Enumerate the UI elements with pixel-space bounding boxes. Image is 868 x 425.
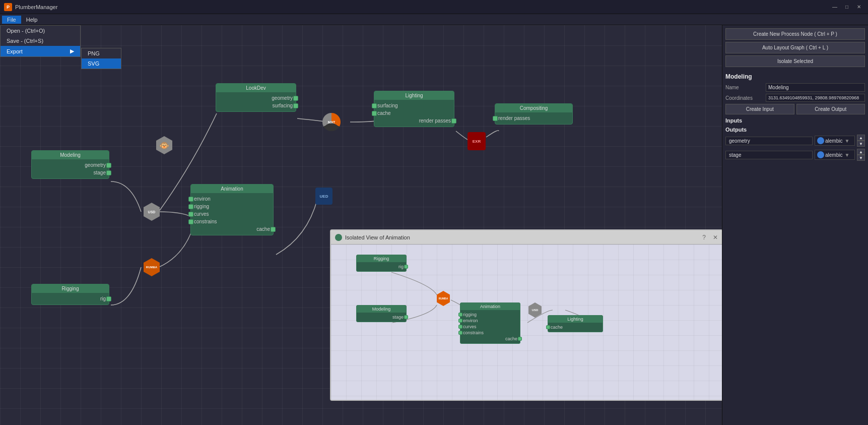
animation-node[interactable]: Animation environ rigging curves bbox=[190, 184, 274, 235]
rumba-badge: RUMBA bbox=[144, 258, 160, 276]
iso-icon bbox=[335, 234, 342, 241]
lighting-node[interactable]: Lighting surfacing cache render passes bbox=[374, 91, 454, 127]
animation-constrains-port: constrains bbox=[194, 218, 270, 225]
rigging-node-header: Rigging bbox=[32, 284, 109, 293]
compositing-node[interactable]: Compositing render passes bbox=[495, 103, 573, 125]
animation-environ-port: environ bbox=[194, 195, 270, 203]
geometry-down-btn[interactable]: ▼ bbox=[857, 141, 865, 147]
app-title: PlumberManager bbox=[15, 4, 57, 10]
iso-rumba-badge: RUMBA bbox=[437, 291, 450, 306]
stage-up-btn[interactable]: ▲ bbox=[857, 149, 865, 155]
modeling-stage-port: stage bbox=[35, 169, 106, 176]
lookdev-node[interactable]: LookDev geometry surfacing bbox=[216, 83, 296, 112]
titlebar: P PlumberManager — □ ✕ bbox=[0, 0, 868, 14]
create-process-node-button[interactable]: Create New Process Node ( Ctrl + P ) bbox=[725, 28, 865, 40]
output-geometry-arrows: ▲ ▼ bbox=[857, 135, 865, 147]
usd-badge: USD bbox=[144, 203, 160, 221]
coords-value: 3131.6349104859931, 29808.989769820968 bbox=[766, 94, 865, 102]
iso-modeling-header: Modeling bbox=[357, 306, 406, 313]
name-value[interactable]: Modeling bbox=[766, 83, 865, 92]
iso-modeling-node[interactable]: Modeling stage bbox=[356, 305, 407, 322]
coords-label: Coordinates bbox=[725, 95, 766, 101]
menubar: File Help Open - (Ctrl+O) Save - (Ctrl+S… bbox=[0, 14, 868, 25]
isolated-view-body: Rigging rig Modeling bbox=[331, 245, 722, 400]
iso-animation-header: Animation bbox=[460, 303, 520, 310]
isolated-help-btn[interactable]: ? bbox=[702, 234, 706, 241]
lighting-surfacing-port: surfacing bbox=[377, 102, 451, 109]
compositing-node-header: Compositing bbox=[495, 104, 572, 112]
iso-lighting-header: Lighting bbox=[548, 316, 603, 323]
animation-curves-port: curves bbox=[194, 210, 270, 218]
iso-usd-badge: USD bbox=[528, 302, 542, 318]
iso-rigging-header: Rigging bbox=[357, 255, 406, 262]
material-icon: MAT bbox=[322, 113, 341, 131]
app-icon: P bbox=[4, 3, 12, 11]
modeling-node-header: Modeling bbox=[32, 151, 109, 159]
rigging-rig-port: rig bbox=[35, 295, 106, 302]
maximize-button[interactable]: □ bbox=[842, 3, 852, 11]
isolate-selected-button[interactable]: Isolate Selected bbox=[725, 55, 865, 67]
create-output-button[interactable]: Create Output bbox=[796, 104, 865, 114]
lighting-node-header: Lighting bbox=[374, 91, 454, 100]
close-button[interactable]: ✕ bbox=[854, 3, 864, 11]
lighting-renderpasses-port: render passes bbox=[377, 117, 451, 125]
alembic-icon-2 bbox=[817, 151, 824, 158]
png-option[interactable]: PNG bbox=[82, 48, 121, 58]
iso-lighting-node[interactable]: Lighting cache bbox=[548, 315, 603, 332]
geometry-up-btn[interactable]: ▲ bbox=[857, 135, 865, 141]
help-menu[interactable]: Help bbox=[21, 16, 43, 24]
output-stage-type: alembic ▼ bbox=[815, 150, 855, 160]
exr-icon: EXR bbox=[468, 132, 486, 150]
rigging-node[interactable]: Rigging rig bbox=[31, 284, 109, 305]
animation-node-header: Animation bbox=[191, 185, 273, 193]
modeling-section-title: Modeling bbox=[725, 73, 865, 80]
modeling-geometry-port: geometry bbox=[35, 161, 106, 169]
output-stage-arrows: ▲ ▼ bbox=[857, 149, 865, 161]
monkey-badge: 🐵 bbox=[156, 136, 172, 154]
lookdev-node-header: LookDev bbox=[216, 84, 296, 92]
lighting-cache-port: cache bbox=[377, 109, 451, 117]
compositing-renderpasses-port: render passes bbox=[498, 114, 569, 122]
alembic-icon-1 bbox=[817, 137, 824, 144]
export-menu-item[interactable]: Export ▶ bbox=[1, 46, 80, 56]
animation-rigging-port: rigging bbox=[194, 203, 270, 210]
modeling-node[interactable]: Modeling geometry stage bbox=[31, 150, 109, 179]
stage-down-btn[interactable]: ▼ bbox=[857, 155, 865, 161]
iso-rigging-node[interactable]: Rigging rig bbox=[356, 255, 407, 272]
main-layout: Modeling geometry stage Rigging bbox=[0, 25, 868, 425]
svg-option[interactable]: SVG bbox=[82, 58, 121, 69]
output-stage-name[interactable]: stage bbox=[725, 151, 813, 159]
file-dropdown: Open - (Ctrl+O) Save - (Ctrl+S) Export ▶… bbox=[0, 25, 81, 57]
inputs-title: Inputs bbox=[725, 117, 865, 124]
create-input-button[interactable]: Create Input bbox=[725, 104, 794, 114]
isolated-view: Isolated View of Animation ? ✕ bbox=[330, 229, 722, 401]
lookdev-surfacing-port: surfacing bbox=[219, 102, 293, 109]
file-menu[interactable]: File bbox=[2, 16, 21, 24]
output-row-stage: stage alembic ▼ ▲ ▼ bbox=[725, 149, 865, 161]
isolated-close-btn[interactable]: ✕ bbox=[713, 234, 718, 241]
name-label: Name bbox=[725, 85, 766, 90]
animation-cache-port: cache bbox=[194, 225, 270, 233]
isolated-view-title: Isolated View of Animation bbox=[345, 234, 702, 240]
right-panel: Create New Process Node ( Ctrl + P ) Aut… bbox=[722, 25, 868, 425]
open-menu-item[interactable]: Open - (Ctrl+O) bbox=[1, 26, 80, 36]
output-geometry-type: alembic ▼ bbox=[815, 136, 855, 146]
save-menu-item[interactable]: Save - (Ctrl+S) bbox=[1, 36, 80, 46]
outputs-title: Outputs bbox=[725, 127, 865, 133]
export-submenu: PNG SVG bbox=[81, 48, 121, 69]
output-row-geometry: geometry alembic ▼ ▲ ▼ bbox=[725, 135, 865, 147]
iso-animation-node[interactable]: Animation rigging environ bbox=[460, 302, 520, 344]
output-geometry-name[interactable]: geometry bbox=[725, 137, 813, 145]
ued-icon: UED bbox=[315, 188, 332, 205]
minimize-button[interactable]: — bbox=[830, 3, 840, 11]
auto-layout-button[interactable]: Auto Layout Graph ( Ctrl + L ) bbox=[725, 42, 865, 53]
isolated-view-header: Isolated View of Animation ? ✕ bbox=[331, 230, 722, 245]
window-controls: — □ ✕ bbox=[830, 3, 864, 11]
lookdev-geometry-port: geometry bbox=[219, 94, 293, 102]
node-canvas[interactable]: Modeling geometry stage Rigging bbox=[0, 25, 722, 425]
